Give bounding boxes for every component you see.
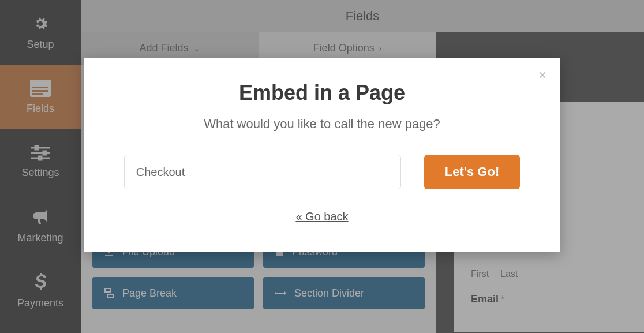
close-button[interactable]: × [538, 68, 546, 82]
embed-modal: × Embed in a Page What would you like to… [84, 58, 560, 252]
go-back-link[interactable]: « Go back [118, 210, 526, 223]
modal-title: Embed in a Page [118, 81, 526, 105]
modal-overlay[interactable]: × Embed in a Page What would you like to… [0, 0, 644, 333]
modal-subtitle: What would you like to call the new page… [118, 117, 526, 132]
modal-form-row: Let's Go! [118, 155, 526, 189]
lets-go-button[interactable]: Let's Go! [424, 155, 520, 189]
page-name-input[interactable] [124, 155, 401, 189]
